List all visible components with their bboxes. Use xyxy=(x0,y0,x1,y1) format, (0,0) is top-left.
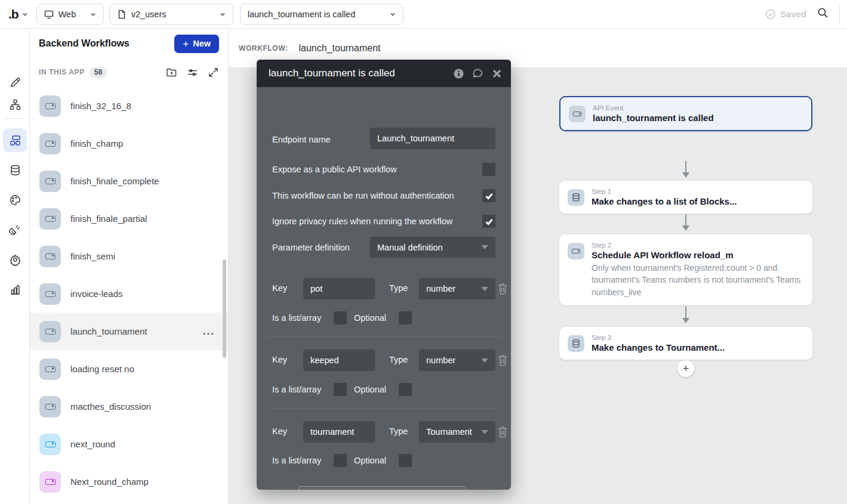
add-step-button[interactable]: + xyxy=(677,360,694,377)
param-type-select[interactable]: number xyxy=(419,278,495,299)
bar-chart-icon xyxy=(9,283,21,296)
sidebar-title: Backend Workflows xyxy=(39,38,130,49)
param-type-select[interactable]: Tournament xyxy=(419,421,495,443)
database-icon xyxy=(568,335,584,352)
palette-icon xyxy=(9,194,21,206)
is-list-label: Is a list/array xyxy=(272,313,321,323)
sidebar-scrollbar[interactable] xyxy=(223,259,226,358)
topbar-right: Saved xyxy=(765,5,847,23)
section-label: IN THIS APP xyxy=(39,68,85,76)
save-status-label: Saved xyxy=(780,9,806,19)
optional-checkbox[interactable] xyxy=(399,454,412,467)
flow-arrow-icon xyxy=(681,161,691,179)
list-item[interactable]: finish_32_16_8 xyxy=(30,87,228,125)
modal-body: Endpoint name Expose as a public API wor… xyxy=(257,87,511,490)
monitor-icon xyxy=(44,10,54,19)
list-item[interactable]: Next_round_champ xyxy=(30,463,228,500)
delete-parameter-icon[interactable] xyxy=(497,354,508,366)
bubble-logo: .b xyxy=(8,7,19,21)
is-list-checkbox[interactable] xyxy=(334,454,347,467)
list-item[interactable]: macthes_discussion xyxy=(30,388,228,425)
workflows-sidebar: Backend Workflows + New IN THIS APP 58 f… xyxy=(30,29,229,504)
is-list-checkbox[interactable] xyxy=(334,311,347,324)
list-item[interactable]: finish_finale_partial xyxy=(30,200,228,237)
chevron-down-icon xyxy=(390,11,396,17)
param-key-input[interactable] xyxy=(303,350,375,371)
search-button[interactable] xyxy=(817,7,828,21)
optional-label: Optional xyxy=(354,385,386,394)
list-item[interactable]: next_round xyxy=(30,425,228,463)
sidebar-item-styles[interactable] xyxy=(3,188,27,212)
sidebar-item-backend-workflows[interactable] xyxy=(3,128,27,152)
sidebar-item-plugins[interactable] xyxy=(3,218,27,242)
step-card-2[interactable]: Step 2 Schedule API Workflow reload_m On… xyxy=(559,234,812,305)
database-icon xyxy=(9,164,21,177)
type-label: Type xyxy=(389,426,408,436)
sidebar-item-pages[interactable] xyxy=(3,92,27,116)
list-item[interactable]: finish_semi xyxy=(30,237,228,275)
workflow-icon xyxy=(39,208,61,230)
workflow-icon xyxy=(39,283,61,305)
add-parameter-button[interactable]: + Add a new parameter xyxy=(298,486,466,490)
page-icon xyxy=(117,10,127,19)
list-item[interactable]: finish_finale_complete xyxy=(30,162,228,200)
param-type-select[interactable]: number xyxy=(419,350,495,371)
param-key-input[interactable] xyxy=(303,278,375,299)
workflow-icon xyxy=(39,434,61,455)
chevron-down-icon xyxy=(220,11,226,17)
info-icon[interactable] xyxy=(453,68,464,79)
add-folder-icon[interactable] xyxy=(166,67,177,78)
step-card-3[interactable]: Step 3 Make changes to Tournament... xyxy=(559,327,812,360)
optional-label: Optional xyxy=(354,313,386,323)
device-dropdown[interactable]: Web xyxy=(36,4,104,25)
workflow-icon xyxy=(39,133,61,154)
list-item-selected[interactable]: launch_tournament ... xyxy=(30,313,228,350)
event-dropdown[interactable]: launch_tournament is called xyxy=(240,4,404,25)
chevron-down-icon xyxy=(481,287,488,291)
workflow-icon xyxy=(39,171,61,192)
delete-parameter-icon[interactable] xyxy=(497,283,508,295)
sidebar-item-design[interactable] xyxy=(3,70,27,94)
endpoint-name-input[interactable] xyxy=(370,128,495,149)
param-key-input[interactable] xyxy=(303,421,375,443)
workflow-icon xyxy=(39,358,61,380)
parameter-definition-label: Parameter definition xyxy=(272,243,350,252)
comment-icon[interactable] xyxy=(472,68,483,79)
optional-label: Optional xyxy=(354,456,386,465)
chevron-down-icon xyxy=(22,11,28,17)
optional-checkbox[interactable] xyxy=(399,311,412,324)
expand-icon[interactable] xyxy=(208,67,219,78)
ignore-privacy-label: Ignore privacy rules when running the wo… xyxy=(272,217,452,226)
is-list-checkbox[interactable] xyxy=(334,383,347,396)
more-options-icon[interactable]: ... xyxy=(199,326,218,338)
expose-api-label: Expose as a public API workflow xyxy=(272,165,397,174)
app-menu[interactable]: .b xyxy=(0,7,36,21)
expose-api-checkbox[interactable] xyxy=(482,163,495,176)
delete-parameter-icon[interactable] xyxy=(497,426,508,438)
page-dropdown[interactable]: v2_users xyxy=(109,4,233,25)
list-item[interactable]: invoice-leads xyxy=(30,275,228,313)
left-icon-rail xyxy=(0,29,30,504)
workflow-icon xyxy=(39,396,61,418)
type-label: Type xyxy=(389,283,408,293)
sidebar-item-settings[interactable] xyxy=(3,248,27,271)
new-workflow-button[interactable]: + New xyxy=(174,35,219,53)
parameter-definition-select[interactable]: Manual definition xyxy=(370,237,495,258)
ignore-privacy-checkbox[interactable] xyxy=(482,215,495,228)
step-card-api-event[interactable]: API Event launch_tournament is called xyxy=(559,96,812,131)
step-card-1[interactable]: Step 1 Make changes to a list of Blocks.… xyxy=(559,181,812,214)
step-condition: Only when tournament's Registered:count … xyxy=(592,262,802,298)
database-icon xyxy=(568,189,584,206)
divider xyxy=(266,336,501,337)
no-auth-checkbox[interactable] xyxy=(482,189,495,202)
close-icon[interactable] xyxy=(491,68,503,79)
filter-sliders-icon[interactable] xyxy=(187,67,198,78)
list-item[interactable]: loading reset no xyxy=(30,350,228,388)
pencil-icon xyxy=(9,76,21,89)
sidebar-item-data[interactable] xyxy=(3,158,27,182)
list-item[interactable]: finish_champ xyxy=(30,125,228,162)
optional-checkbox[interactable] xyxy=(399,383,412,396)
modal-header[interactable]: launch_tournament is called xyxy=(257,60,511,87)
sidebar-item-logs[interactable] xyxy=(3,277,27,301)
workflow-icon xyxy=(39,95,61,117)
